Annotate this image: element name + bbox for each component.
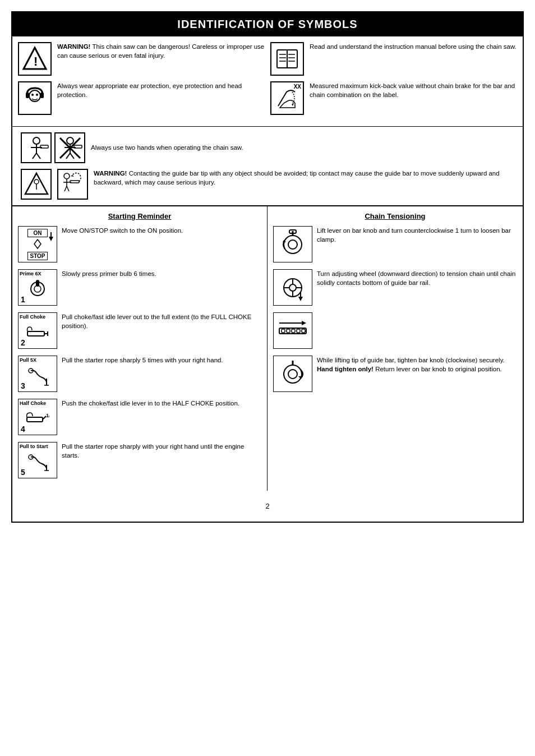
ct-step-3-text: While lifting tip of guide bar, tighten … xyxy=(317,356,517,374)
book-row: Read and understand the instruction manu… xyxy=(270,42,517,76)
svg-rect-5 xyxy=(26,93,29,98)
svg-point-31 xyxy=(34,179,39,184)
svg-point-58 xyxy=(284,236,302,253)
book-text: Read and understand the instruction manu… xyxy=(310,42,517,51)
left-symbols: ! WARNING! This chain saw can be dangero… xyxy=(18,42,265,121)
svg-point-64 xyxy=(289,284,296,291)
page-title: IDENTIFICATION OF SYMBOLS xyxy=(12,12,523,36)
step-full-choke: Full Choke 2 Pull choke/fast idle lever … xyxy=(18,312,261,349)
starting-reminder-title: Starting Reminder xyxy=(18,212,261,220)
svg-marker-70 xyxy=(298,297,303,301)
svg-marker-15 xyxy=(292,103,294,106)
ear-row: Always wear appropriate ear protection, … xyxy=(18,81,265,115)
middle-section: Always use two hands when operating the … xyxy=(12,127,523,206)
svg-line-36 xyxy=(64,186,67,191)
ct-step-1-text: Lift lever on bar knob and turn counterc… xyxy=(317,226,517,244)
book-icon xyxy=(270,42,304,76)
hands-icons xyxy=(21,132,85,163)
hand2-icon xyxy=(54,132,85,163)
svg-marker-40 xyxy=(34,239,41,248)
warning2-text: WARNING! Contacting the guide bar tip wi… xyxy=(94,169,514,187)
svg-point-16 xyxy=(33,137,40,144)
step-prime-text: Slowly press primer bulb 6 times. xyxy=(62,269,261,278)
kickback-text: Measured maximum kick-back value without… xyxy=(310,81,517,99)
svg-rect-72 xyxy=(282,329,285,333)
svg-rect-27 xyxy=(74,145,82,148)
ct-step-2b xyxy=(273,312,517,349)
svg-line-20 xyxy=(36,153,40,159)
step-pull-start: Pull to Start 5 Pull the starter rope sh… xyxy=(18,442,261,478)
svg-point-4 xyxy=(36,94,38,96)
ct-step-3: While lifting tip of guide bar, tighten … xyxy=(273,356,517,392)
svg-marker-42 xyxy=(49,237,53,241)
prime-icon: Prime 6X 1 xyxy=(18,269,57,306)
warning-icon: ! xyxy=(18,42,52,76)
step-on-stop-text: Move ON/STOP switch to the ON position. xyxy=(62,226,261,235)
svg-marker-78 xyxy=(302,321,306,325)
warning2-row: WARNING! Contacting the guide bar tip wi… xyxy=(21,169,514,200)
svg-rect-38 xyxy=(70,181,79,183)
step-half-choke: Half Choke 1/2 4 Push the choke/fast idl… xyxy=(18,399,261,435)
chain-tensioning-title: Chain Tensioning xyxy=(273,212,517,220)
hands-text: Always use two hands when operating the … xyxy=(91,143,514,152)
svg-rect-6 xyxy=(40,93,44,98)
ct-step-1: Lift lever on bar knob and turn counterc… xyxy=(273,226,517,262)
step-prime: Prime 6X 1 Slowly press primer bulb 6 ti… xyxy=(18,269,261,306)
svg-marker-39 xyxy=(71,175,74,177)
svg-line-25 xyxy=(66,153,70,159)
svg-point-80 xyxy=(288,370,297,379)
ct-icon-2b xyxy=(273,312,312,349)
step-half-choke-text: Push the choke/fast idle lever in to the… xyxy=(62,399,261,408)
svg-rect-45 xyxy=(36,280,39,287)
right-symbols: Read and understand the instruction manu… xyxy=(270,42,517,121)
svg-rect-75 xyxy=(297,329,300,333)
kickback-row: XX Measured maximum kick-back value with… xyxy=(270,81,517,115)
svg-line-19 xyxy=(33,153,36,159)
kickback-warning-icon1 xyxy=(21,169,52,200)
svg-point-3 xyxy=(31,94,34,96)
page-number: 2 xyxy=(12,491,523,522)
step-pull-start-text: Pull the starter rope sharply with your … xyxy=(62,442,261,460)
two-hands-row: Always use two hands when operating the … xyxy=(21,132,514,163)
ct-icon-1 xyxy=(273,226,312,262)
ear-icon xyxy=(18,81,52,115)
warning-label: WARNING! xyxy=(57,43,90,50)
svg-point-79 xyxy=(284,365,302,383)
pull-start-icon: Pull to Start 5 xyxy=(18,442,57,478)
half-choke-icon: Half Choke 1/2 4 xyxy=(18,399,57,435)
svg-point-22 xyxy=(67,137,73,144)
step-full-choke-text: Pull choke/fast idle lever out to the fu… xyxy=(62,312,261,330)
svg-rect-46 xyxy=(27,331,44,336)
kickback-warning-icon2 xyxy=(57,169,88,200)
kickback-icon: XX xyxy=(270,81,304,115)
bottom-section: Starting Reminder ON STOP xyxy=(12,206,523,491)
step-on-stop: ON STOP Move ON/STOP switch to the ON po… xyxy=(18,226,261,262)
ct-step-2-text: Turn adjusting wheel (downward direction… xyxy=(317,269,517,287)
hand1-icon xyxy=(21,132,52,163)
warning2-description: Contacting the guide bar tip with any ob… xyxy=(94,170,500,186)
kickback-xx: XX xyxy=(294,84,301,90)
on-stop-icon: ON STOP xyxy=(18,226,57,262)
svg-rect-52 xyxy=(27,417,43,422)
page-container: IDENTIFICATION OF SYMBOLS ! WARNING! Thi… xyxy=(11,11,524,523)
warning2-label: WARNING! xyxy=(94,170,127,177)
starting-reminder-section: Starting Reminder ON STOP xyxy=(12,206,268,491)
full-choke-icon: Full Choke 2 xyxy=(18,312,57,349)
svg-text:!: ! xyxy=(34,54,38,68)
ct-icon-3 xyxy=(273,356,312,392)
step-pull5x: Pull 5X 3 Pull the starter rope sharply … xyxy=(18,356,261,392)
warning-row: ! WARNING! This chain saw can be dangero… xyxy=(18,42,265,76)
svg-rect-73 xyxy=(287,329,290,333)
step-pull5x-text: Pull the starter rope sharply 5 times wi… xyxy=(62,356,261,365)
ct-step-2: Turn adjusting wheel (downward direction… xyxy=(273,269,517,306)
warning-text: WARNING! This chain saw can be dangerous… xyxy=(57,42,265,60)
svg-point-33 xyxy=(64,173,70,179)
svg-rect-74 xyxy=(292,329,295,333)
svg-line-37 xyxy=(67,186,69,191)
svg-text:1/2: 1/2 xyxy=(46,413,49,418)
svg-line-26 xyxy=(70,153,74,159)
symbols-section: ! WARNING! This chain saw can be dangero… xyxy=(12,36,523,127)
pull5x-icon: Pull 5X 3 xyxy=(18,356,57,392)
ct-icon-2 xyxy=(273,269,312,306)
svg-rect-21 xyxy=(40,145,48,148)
